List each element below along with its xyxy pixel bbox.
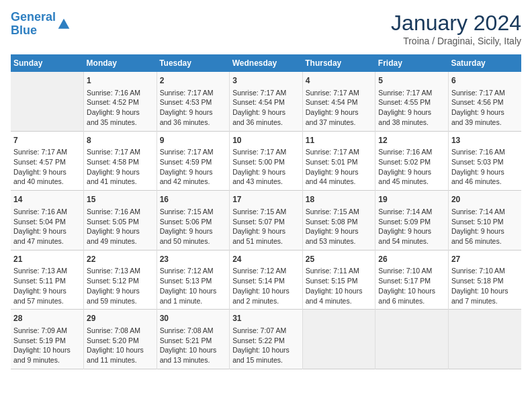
day-info: Sunrise: 7:16 AM Sunset: 5:05 PM Dayligh…: [87, 207, 154, 246]
day-number: 10: [232, 135, 300, 146]
weekday-header-tuesday: Tuesday: [157, 54, 230, 72]
day-number: 20: [451, 194, 519, 205]
calendar-cell: 4Sunrise: 7:17 AM Sunset: 4:54 PM Daylig…: [302, 72, 375, 131]
weekday-header-friday: Friday: [375, 54, 449, 72]
calendar-cell: 7Sunrise: 7:17 AM Sunset: 4:57 PM Daylig…: [11, 131, 84, 191]
day-number: 2: [160, 75, 227, 87]
week-row-3: 14Sunrise: 7:16 AM Sunset: 5:04 PM Dayli…: [11, 191, 521, 250]
week-row-4: 21Sunrise: 7:13 AM Sunset: 5:11 PM Dayli…: [11, 250, 521, 310]
day-number: 19: [378, 194, 445, 205]
calendar-cell: 27Sunrise: 7:10 AM Sunset: 5:18 PM Dayli…: [448, 250, 521, 310]
day-info: Sunrise: 7:14 AM Sunset: 5:09 PM Dayligh…: [378, 207, 445, 246]
calendar-cell: 23Sunrise: 7:12 AM Sunset: 5:13 PM Dayli…: [157, 250, 230, 310]
day-info: Sunrise: 7:17 AM Sunset: 4:53 PM Dayligh…: [160, 88, 227, 128]
calendar-cell: [375, 310, 449, 369]
day-info: Sunrise: 7:08 AM Sunset: 5:21 PM Dayligh…: [160, 326, 227, 365]
day-number: 7: [13, 135, 81, 146]
day-number: 1: [87, 75, 154, 87]
day-info: Sunrise: 7:15 AM Sunset: 5:08 PM Dayligh…: [306, 207, 373, 246]
day-number: 15: [87, 194, 154, 205]
calendar-cell: 19Sunrise: 7:14 AM Sunset: 5:09 PM Dayli…: [375, 191, 449, 250]
calendar-cell: [302, 310, 375, 369]
day-info: Sunrise: 7:12 AM Sunset: 5:13 PM Dayligh…: [160, 266, 227, 306]
day-info: Sunrise: 7:17 AM Sunset: 4:54 PM Dayligh…: [306, 88, 373, 128]
calendar-cell: 11Sunrise: 7:17 AM Sunset: 5:01 PM Dayli…: [302, 131, 375, 191]
calendar-cell: 5Sunrise: 7:17 AM Sunset: 4:55 PM Daylig…: [375, 72, 449, 131]
location: Troina / Draginai, Sicily, Italy: [391, 36, 521, 46]
calendar-cell: 1Sunrise: 7:16 AM Sunset: 4:52 PM Daylig…: [84, 72, 157, 131]
calendar-cell: 14Sunrise: 7:16 AM Sunset: 5:04 PM Dayli…: [11, 191, 84, 250]
day-number: 3: [232, 75, 300, 87]
calendar-cell: 2Sunrise: 7:17 AM Sunset: 4:53 PM Daylig…: [157, 72, 230, 131]
calendar-cell: 16Sunrise: 7:15 AM Sunset: 5:06 PM Dayli…: [157, 191, 230, 250]
logo: GeneralBlue: [11, 11, 71, 38]
day-number: 13: [451, 135, 519, 146]
day-info: Sunrise: 7:17 AM Sunset: 4:59 PM Dayligh…: [160, 147, 227, 187]
calendar-cell: [448, 310, 521, 369]
day-number: 4: [306, 75, 373, 87]
day-info: Sunrise: 7:12 AM Sunset: 5:14 PM Dayligh…: [232, 266, 300, 306]
weekday-header-monday: Monday: [84, 54, 157, 72]
calendar-body: 1Sunrise: 7:16 AM Sunset: 4:52 PM Daylig…: [11, 72, 521, 369]
day-info: Sunrise: 7:17 AM Sunset: 4:54 PM Dayligh…: [232, 88, 300, 128]
weekday-header-sunday: Sunday: [11, 54, 84, 72]
calendar-cell: 31Sunrise: 7:07 AM Sunset: 5:22 PM Dayli…: [230, 310, 303, 369]
day-info: Sunrise: 7:16 AM Sunset: 4:52 PM Dayligh…: [87, 88, 154, 128]
title-block: January 2024 Troina / Draginai, Sicily, …: [391, 11, 521, 46]
day-info: Sunrise: 7:09 AM Sunset: 5:19 PM Dayligh…: [13, 326, 81, 365]
month-title: January 2024: [391, 11, 521, 36]
week-row-1: 1Sunrise: 7:16 AM Sunset: 4:52 PM Daylig…: [11, 72, 521, 131]
calendar-cell: 28Sunrise: 7:09 AM Sunset: 5:19 PM Dayli…: [11, 310, 84, 369]
weekday-header-wednesday: Wednesday: [230, 54, 303, 72]
day-number: 29: [87, 313, 154, 324]
day-info: Sunrise: 7:16 AM Sunset: 5:02 PM Dayligh…: [378, 147, 445, 187]
calendar-cell: 12Sunrise: 7:16 AM Sunset: 5:02 PM Dayli…: [375, 131, 449, 191]
calendar-cell: 30Sunrise: 7:08 AM Sunset: 5:21 PM Dayli…: [157, 310, 230, 369]
logo-text: GeneralBlue: [11, 11, 56, 38]
calendar-table: SundayMondayTuesdayWednesdayThursdayFrid…: [11, 54, 521, 369]
calendar-cell: [11, 72, 84, 131]
day-number: 25: [306, 254, 373, 265]
day-info: Sunrise: 7:17 AM Sunset: 5:00 PM Dayligh…: [232, 147, 300, 187]
logo-icon: [57, 17, 71, 31]
day-info: Sunrise: 7:15 AM Sunset: 5:07 PM Dayligh…: [232, 207, 300, 246]
calendar-cell: 29Sunrise: 7:08 AM Sunset: 5:20 PM Dayli…: [84, 310, 157, 369]
day-info: Sunrise: 7:17 AM Sunset: 4:55 PM Dayligh…: [378, 88, 445, 128]
day-number: 9: [160, 135, 227, 146]
day-number: 21: [13, 254, 81, 265]
week-row-2: 7Sunrise: 7:17 AM Sunset: 4:57 PM Daylig…: [11, 131, 521, 191]
calendar-cell: 20Sunrise: 7:14 AM Sunset: 5:10 PM Dayli…: [448, 191, 521, 250]
day-number: 14: [13, 194, 81, 205]
day-number: 24: [232, 254, 300, 265]
day-number: 8: [87, 135, 154, 146]
svg-marker-0: [58, 18, 70, 28]
day-number: 28: [13, 313, 81, 324]
day-number: 30: [160, 313, 227, 324]
day-number: 26: [378, 254, 445, 265]
calendar-cell: 17Sunrise: 7:15 AM Sunset: 5:07 PM Dayli…: [230, 191, 303, 250]
calendar-cell: 3Sunrise: 7:17 AM Sunset: 4:54 PM Daylig…: [230, 72, 303, 131]
day-number: 6: [451, 75, 519, 87]
day-info: Sunrise: 7:10 AM Sunset: 5:17 PM Dayligh…: [378, 266, 445, 306]
day-number: 17: [232, 194, 300, 205]
day-info: Sunrise: 7:07 AM Sunset: 5:22 PM Dayligh…: [232, 326, 300, 365]
week-row-5: 28Sunrise: 7:09 AM Sunset: 5:19 PM Dayli…: [11, 310, 521, 369]
day-info: Sunrise: 7:17 AM Sunset: 4:56 PM Dayligh…: [451, 88, 519, 128]
page-header: GeneralBlue January 2024 Troina / Dragin…: [11, 11, 521, 46]
calendar-cell: 25Sunrise: 7:11 AM Sunset: 5:15 PM Dayli…: [302, 250, 375, 310]
day-number: 5: [378, 75, 445, 87]
weekday-header-saturday: Saturday: [448, 54, 521, 72]
day-info: Sunrise: 7:08 AM Sunset: 5:20 PM Dayligh…: [87, 326, 154, 365]
day-info: Sunrise: 7:13 AM Sunset: 5:11 PM Dayligh…: [13, 266, 81, 306]
day-info: Sunrise: 7:17 AM Sunset: 4:57 PM Dayligh…: [13, 147, 81, 187]
calendar-cell: 15Sunrise: 7:16 AM Sunset: 5:05 PM Dayli…: [84, 191, 157, 250]
calendar-cell: 13Sunrise: 7:16 AM Sunset: 5:03 PM Dayli…: [448, 131, 521, 191]
day-number: 11: [306, 135, 373, 146]
day-number: 27: [451, 254, 519, 265]
calendar-cell: 8Sunrise: 7:17 AM Sunset: 4:58 PM Daylig…: [84, 131, 157, 191]
day-info: Sunrise: 7:11 AM Sunset: 5:15 PM Dayligh…: [306, 266, 373, 306]
day-number: 12: [378, 135, 445, 146]
day-number: 23: [160, 254, 227, 265]
calendar-cell: 18Sunrise: 7:15 AM Sunset: 5:08 PM Dayli…: [302, 191, 375, 250]
day-info: Sunrise: 7:14 AM Sunset: 5:10 PM Dayligh…: [451, 207, 519, 246]
